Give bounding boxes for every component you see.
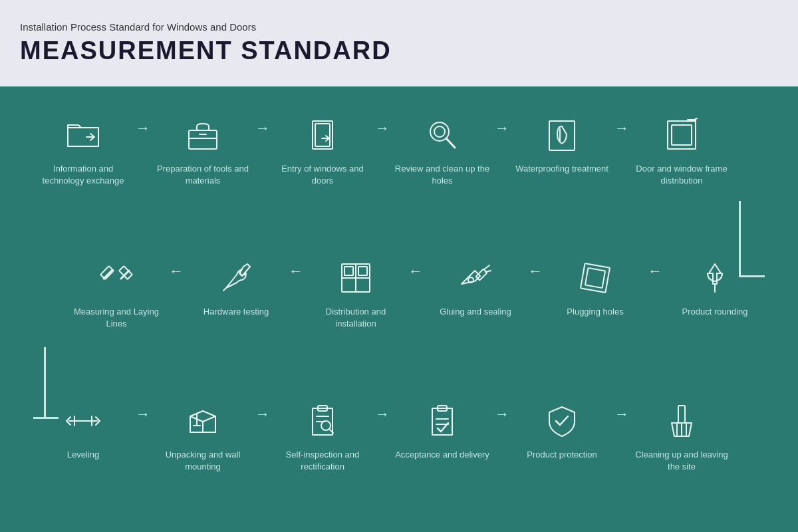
arrow-a-pp: →	[492, 399, 512, 423]
step-self-inspect-label: Self-inspection and rectification	[273, 449, 372, 475]
step-cleanup-label: Cleaning up and leaving the site	[632, 449, 732, 475]
step-hardware-test: Hardware testing	[186, 256, 286, 332]
step-measuring: Measuring and Laying Lines	[66, 256, 166, 332]
svg-rect-13	[581, 263, 610, 292]
step-info-exchange-label: Information and technology exchange	[33, 163, 133, 190]
row2: Product rounding ← Plugging holes ←	[33, 256, 765, 332]
step-product-protect: Product protection	[512, 399, 612, 475]
step-frame-dist-label: Door and window frame distribution	[632, 163, 732, 190]
step-product-round: Product rounding	[665, 256, 765, 332]
row1: Information and technology exchange → Pr…	[33, 113, 765, 190]
search-hole-icon	[421, 113, 464, 156]
step-product-protect-label: Product protection	[527, 449, 597, 475]
step-cleanup: Cleaning up and leaving the site	[632, 399, 732, 475]
accept-icon	[421, 399, 464, 442]
protect-icon	[541, 399, 584, 442]
step-prep-tools: Preparation of tools and materials	[153, 113, 253, 190]
plug-icon	[574, 256, 617, 299]
distribution-icon	[334, 256, 378, 299]
step-review-holes-label: Review and clean up the holes	[392, 163, 492, 190]
step-waterproofing-label: Waterproofing treatment	[515, 163, 608, 190]
svg-point-6	[434, 126, 445, 137]
step-prep-tools-label: Preparation of tools and materials	[153, 163, 253, 190]
step-plugging-label: Plugging holes	[567, 306, 623, 332]
svg-rect-4	[315, 124, 330, 146]
svg-rect-8	[549, 121, 575, 150]
unpack-icon	[182, 399, 225, 442]
inspect-icon	[301, 399, 344, 442]
arrow-l-u: →	[133, 399, 153, 423]
svg-rect-41	[678, 406, 685, 423]
arrow-ht-m: ←	[166, 256, 186, 280]
arrow-gs-di: ←	[406, 256, 426, 280]
arrow-5-6: →	[612, 113, 632, 137]
arrow-2-3: →	[253, 113, 273, 137]
svg-rect-0	[189, 130, 217, 149]
glue-icon	[454, 256, 497, 299]
step-self-inspect: Self-inspection and rectification	[273, 399, 372, 475]
toolbox-icon	[182, 113, 225, 156]
svg-line-7	[446, 138, 455, 148]
waterproof-icon	[541, 113, 584, 156]
step-entry-windows: Entry of windows and doors	[273, 113, 372, 190]
step-acceptance: Acceptance and delivery	[392, 399, 492, 475]
header-subtitle: Installation Process Standard for Window…	[20, 21, 778, 33]
arrow-ph-gs: ←	[525, 256, 545, 280]
step-leveling: Leveling	[33, 399, 133, 475]
step-entry-windows-label: Entry of windows and doors	[273, 163, 372, 190]
svg-rect-14	[585, 267, 605, 287]
arrow-pp-cu: →	[612, 399, 632, 423]
step-leveling-label: Leveling	[67, 449, 99, 475]
arrow-1-2: →	[133, 113, 153, 137]
arrow-di-ht: ←	[286, 256, 306, 280]
arrow-3-4: →	[372, 113, 392, 137]
svg-rect-25	[100, 266, 114, 279]
level-icon	[62, 399, 105, 442]
step-gluing-label: Gluing and sealing	[440, 306, 511, 332]
flow-container: Information and technology exchange → Pr…	[20, 100, 778, 519]
svg-line-22	[223, 288, 226, 291]
step-gluing: Gluing and sealing	[426, 256, 525, 332]
step-hardware-test-label: Hardware testing	[203, 306, 269, 332]
cleanup-icon	[660, 399, 704, 442]
row3: Leveling → Unpacking and wall mounting	[33, 399, 765, 475]
step-unpacking-label: Unpacking and wall mounting	[153, 449, 253, 475]
arrow-si-a: →	[372, 399, 392, 423]
step-distribution: Distribution and installation	[306, 256, 406, 332]
frame-dist-icon	[660, 113, 704, 156]
arrow-u-si: →	[253, 399, 273, 423]
svg-rect-21	[358, 267, 367, 275]
step-frame-dist: Door and window frame distribution	[632, 113, 732, 190]
main-content: Information and technology exchange → Pr…	[0, 86, 798, 532]
arrow-pr-ph: ←	[645, 256, 665, 280]
step-acceptance-label: Acceptance and delivery	[395, 449, 489, 475]
hardware-icon	[215, 256, 258, 299]
door-entry-icon	[301, 113, 344, 156]
folder-share-icon	[62, 113, 105, 156]
header-title: MEASUREMENT STANDARD	[20, 37, 778, 65]
step-review-holes: Review and clean up the holes	[392, 113, 492, 190]
header: Installation Process Standard for Window…	[0, 0, 798, 86]
svg-rect-15	[476, 269, 487, 280]
svg-rect-11	[672, 125, 692, 145]
measure-icon	[95, 256, 138, 299]
step-unpacking: Unpacking and wall mounting	[153, 399, 253, 475]
step-product-round-label: Product rounding	[682, 306, 747, 332]
arrow-4-5: →	[492, 113, 512, 137]
step-plugging: Plugging holes	[545, 256, 645, 332]
round-icon	[694, 256, 737, 299]
step-distribution-label: Distribution and installation	[306, 306, 406, 332]
step-measuring-label: Measuring and Laying Lines	[66, 306, 166, 332]
step-info-exchange: Information and technology exchange	[33, 113, 133, 190]
step-waterproofing: Waterproofing treatment	[512, 113, 612, 190]
svg-rect-20	[344, 267, 353, 275]
